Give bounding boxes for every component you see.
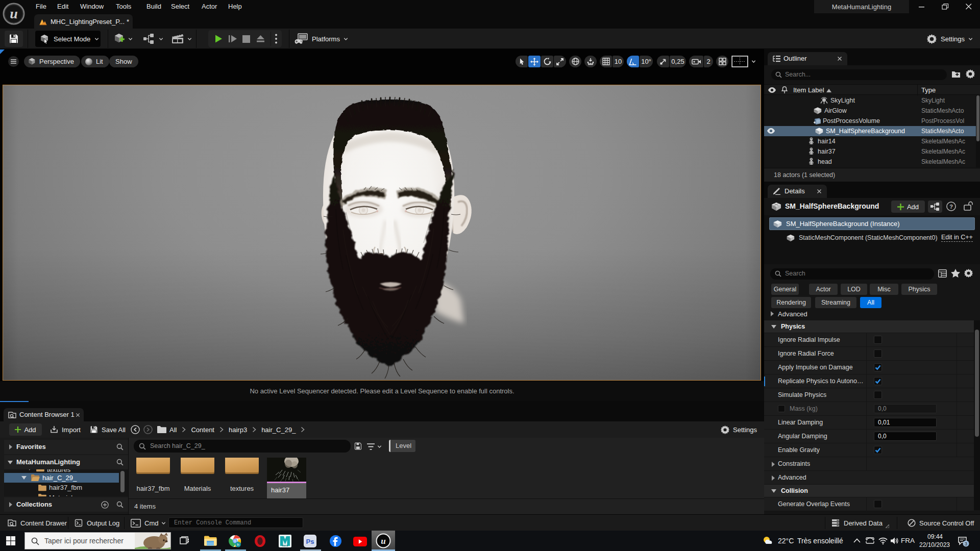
svg-text:3: 3 [965,541,967,546]
svg-text:h: h [237,542,239,547]
svg-text:MAYA: MAYA [282,544,288,547]
svg-text:u: u [381,536,385,546]
svg-text:u: u [10,6,18,21]
svg-text:Ps: Ps [306,538,314,545]
svg-text:?: ? [949,204,953,210]
